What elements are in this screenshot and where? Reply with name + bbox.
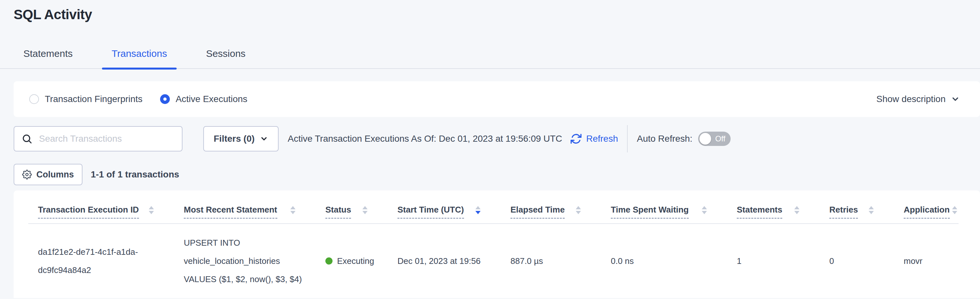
auto-refresh-state: Off — [715, 134, 725, 143]
sort-icon — [794, 206, 799, 214]
cell-time-spent-waiting: 0.0 ns — [601, 233, 727, 288]
refresh-icon — [570, 133, 582, 145]
column-header-time-spent-waiting[interactable]: Time Spent Waiting — [601, 205, 727, 219]
cell-most-recent-statement: UPSERT INTO vehicle_location_histories V… — [174, 233, 316, 288]
filters-button-label: Filters (0) — [214, 134, 255, 144]
tab-bar: Statements Transactions Sessions — [0, 48, 980, 69]
column-header-retries[interactable]: Retries — [819, 205, 894, 219]
filters-button[interactable]: Filters (0) — [203, 126, 278, 152]
cell-start-time: Dec 01, 2023 at 19:56 — [388, 233, 501, 288]
tab-transactions[interactable]: Transactions — [102, 48, 177, 68]
table-header-row: Transaction Execution ID Most Recent Sta… — [28, 190, 959, 224]
search-box — [14, 126, 183, 152]
view-radio-group: Transaction Fingerprints Active Executio… — [29, 94, 247, 104]
refresh-label: Refresh — [586, 134, 618, 144]
transactions-table: Transaction Execution ID Most Recent Sta… — [14, 190, 980, 298]
radio-active-executions[interactable]: Active Executions — [160, 94, 247, 104]
sort-icon — [363, 206, 368, 214]
search-input[interactable] — [38, 133, 175, 144]
sort-icon — [149, 206, 154, 214]
column-header-elapsed-time[interactable]: Elapsed Time — [501, 205, 601, 219]
cell-transaction-execution-id[interactable]: da1f21e2-de71-4c1f-a1da-dc9fc94a84a2 — [28, 233, 174, 288]
sort-icon — [702, 206, 707, 214]
cell-statements: 1 — [727, 233, 819, 288]
results-toolbar: Columns 1-1 of 1 transactions — [14, 164, 980, 185]
tab-statements[interactable]: Statements — [14, 48, 83, 68]
as-of-timestamp: Active Transaction Executions As Of: Dec… — [288, 134, 562, 144]
show-description-toggle[interactable]: Show description — [877, 94, 960, 104]
results-count: 1-1 of 1 transactions — [91, 169, 179, 180]
cell-application: movr — [894, 233, 959, 288]
cell-status: Executing — [316, 233, 388, 288]
radio-unselected-icon — [29, 94, 39, 104]
column-header-application[interactable]: Application — [894, 205, 959, 219]
refresh-button[interactable]: Refresh — [570, 133, 618, 145]
sort-desc-icon — [476, 206, 480, 214]
radio-selected-icon — [160, 94, 170, 104]
toggle-knob-icon — [700, 133, 711, 145]
column-header-status[interactable]: Status — [316, 205, 388, 219]
sort-icon — [290, 206, 296, 214]
sort-icon — [869, 206, 874, 214]
table-row: da1f21e2-de71-4c1f-a1da-dc9fc94a84a2 UPS… — [28, 224, 959, 298]
executing-status-dot-icon — [325, 257, 332, 265]
controls-row: Filters (0) Active Transaction Execution… — [14, 125, 980, 152]
radio-transaction-fingerprints[interactable]: Transaction Fingerprints — [29, 94, 143, 104]
sort-icon — [576, 206, 581, 214]
column-header-most-recent-statement[interactable]: Most Recent Statement — [174, 205, 316, 219]
columns-button-label: Columns — [37, 169, 74, 180]
tab-sessions[interactable]: Sessions — [196, 48, 255, 68]
radio-label: Transaction Fingerprints — [45, 94, 143, 104]
gear-icon — [22, 169, 32, 179]
cell-elapsed-time: 887.0 µs — [501, 233, 601, 288]
auto-refresh-toggle[interactable]: Off — [698, 132, 730, 146]
vertical-divider — [627, 125, 628, 152]
view-options-panel: Transaction Fingerprints Active Executio… — [14, 81, 980, 117]
chevron-down-icon — [951, 94, 960, 104]
sort-icon — [952, 206, 957, 214]
page-title: SQL Activity — [14, 7, 980, 22]
column-header-transaction-execution-id[interactable]: Transaction Execution ID — [28, 205, 174, 219]
column-header-statements[interactable]: Statements — [727, 205, 819, 219]
search-icon — [21, 133, 32, 144]
column-header-start-time[interactable]: Start Time (UTC) — [388, 205, 501, 219]
columns-button[interactable]: Columns — [14, 164, 83, 185]
cell-retries: 0 — [819, 233, 894, 288]
chevron-down-icon — [260, 134, 268, 143]
auto-refresh-label: Auto Refresh: — [637, 134, 692, 144]
show-description-label: Show description — [877, 94, 946, 104]
radio-label: Active Executions — [176, 94, 247, 104]
